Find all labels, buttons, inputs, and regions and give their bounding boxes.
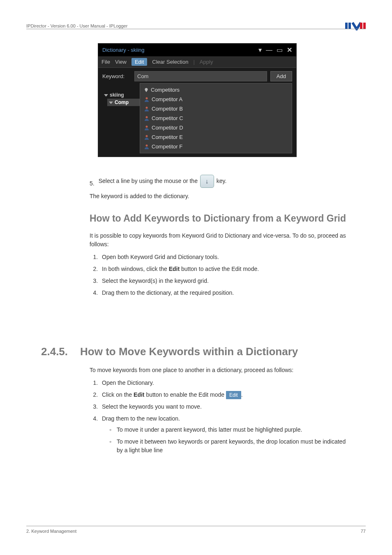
tree-root[interactable]: skiing bbox=[102, 91, 141, 99]
dictionary-window: Dictionary - skiing ▾ — ▭ ✕ File View Ed… bbox=[98, 43, 297, 157]
caret-icon bbox=[104, 94, 108, 97]
autocomplete-dropdown: Competitors Competitor A Competitor B Co… bbox=[140, 83, 292, 153]
menu-file[interactable]: File bbox=[101, 59, 110, 65]
person-icon bbox=[144, 116, 149, 121]
substep-item: To move it under a parent keyword, this … bbox=[109, 426, 351, 434]
step-item: Open both Keyword Grid and Dictionary to… bbox=[99, 253, 351, 261]
dict-menubar: File View Edit Clear Selection | Apply bbox=[98, 56, 296, 68]
person-icon bbox=[144, 144, 149, 149]
location-icon bbox=[144, 88, 148, 92]
header-left: IPDirector - Version 6.00 - User Manual … bbox=[26, 23, 127, 28]
heading-add-keywords-grid: How to Add Keywords to Dictionary from a… bbox=[90, 211, 351, 226]
list-item[interactable]: Competitor B bbox=[140, 104, 292, 113]
menu-clear[interactable]: Clear Selection bbox=[152, 59, 188, 65]
svg-point-6 bbox=[146, 116, 148, 118]
list-item[interactable]: Competitor A bbox=[140, 95, 292, 104]
list-item[interactable]: Competitor C bbox=[140, 113, 292, 123]
down-arrow-key-icon: ↓ bbox=[200, 175, 214, 188]
step-item: Open the Dictionary. bbox=[99, 379, 351, 387]
section-number: 2.4.5. bbox=[41, 345, 68, 358]
step-item: Select the keywords you want to move. bbox=[99, 402, 351, 411]
menu-apply: Apply bbox=[200, 59, 213, 65]
maximize-icon[interactable]: ▭ bbox=[277, 46, 283, 54]
keyword-input[interactable] bbox=[134, 71, 267, 81]
list-item[interactable]: Competitors bbox=[140, 85, 292, 95]
page-number: 77 bbox=[361, 529, 366, 534]
person-icon bbox=[144, 97, 149, 102]
svg-point-5 bbox=[146, 106, 148, 109]
list-item[interactable]: Competitor E bbox=[140, 132, 292, 142]
step-item: In both windows, click the Edit button t… bbox=[99, 265, 351, 273]
substep-item: To move it between two keywords or paren… bbox=[109, 437, 351, 455]
person-icon bbox=[144, 106, 149, 111]
paragraph: The keyword is added to the dictionary. bbox=[90, 192, 351, 201]
person-icon bbox=[144, 135, 149, 140]
step-text: Select a line by using the mouse or the bbox=[99, 178, 199, 184]
add-button[interactable]: Add bbox=[270, 71, 292, 81]
svg-rect-2 bbox=[360, 23, 362, 29]
svg-point-9 bbox=[146, 144, 148, 146]
dict-titlebar: Dictionary - skiing ▾ — ▭ ✕ bbox=[98, 44, 296, 56]
header-rule bbox=[26, 29, 366, 29]
svg-rect-3 bbox=[363, 23, 366, 29]
paragraph: To move keywords from one place to anoth… bbox=[90, 366, 351, 375]
edit-button-inline-icon: Edit bbox=[226, 391, 241, 399]
dict-title: Dictionary - skiing bbox=[102, 47, 145, 53]
caret-icon bbox=[109, 102, 113, 104]
step-item: Drag them to the dictionary, at the requ… bbox=[99, 289, 351, 297]
list-item[interactable]: Competitor F bbox=[140, 142, 292, 151]
step-number: 5. bbox=[90, 179, 95, 188]
keyword-label: Keyword: bbox=[102, 73, 131, 79]
person-icon bbox=[144, 125, 149, 130]
dropdown-icon[interactable]: ▾ bbox=[258, 46, 262, 54]
paragraph: It is possible to copy keywords from Key… bbox=[90, 231, 351, 249]
minimize-icon[interactable]: — bbox=[266, 46, 272, 54]
svg-rect-1 bbox=[348, 23, 351, 29]
svg-point-7 bbox=[146, 125, 148, 127]
svg-point-4 bbox=[146, 97, 148, 99]
section-title: How to Move Keywords within a Dictionary bbox=[80, 345, 298, 358]
close-icon[interactable]: ✕ bbox=[287, 46, 292, 54]
menu-edit[interactable]: Edit bbox=[131, 58, 147, 66]
list-item[interactable]: Competitor D bbox=[140, 123, 292, 132]
tree-selected[interactable]: Comp bbox=[107, 99, 141, 106]
step-item: Drag them to the new location. To move i… bbox=[99, 414, 351, 455]
menu-view[interactable]: View bbox=[115, 59, 127, 65]
svg-point-8 bbox=[146, 135, 148, 137]
step-item: Click on the Edit button to enable the E… bbox=[99, 391, 351, 399]
svg-rect-0 bbox=[345, 23, 348, 29]
step-text-after: key. bbox=[217, 178, 227, 184]
step-item: Select the keyword(s) in the keyword gri… bbox=[99, 277, 351, 285]
footer-left: 2. Keyword Management bbox=[26, 529, 76, 534]
